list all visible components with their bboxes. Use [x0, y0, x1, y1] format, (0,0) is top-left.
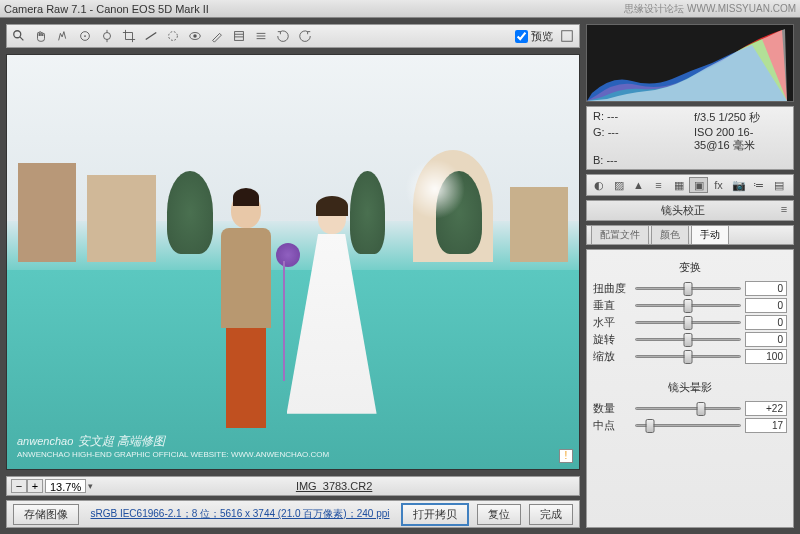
slider-value-input[interactable] — [745, 332, 787, 347]
tab-basic-icon[interactable]: ◐ — [589, 177, 608, 193]
slider-track[interactable] — [635, 299, 741, 313]
svg-rect-11 — [235, 32, 244, 41]
svg-point-0 — [14, 31, 21, 38]
slider-track[interactable] — [635, 419, 741, 433]
slider-track[interactable] — [635, 333, 741, 347]
color-sampler-icon[interactable] — [77, 28, 93, 44]
slider-track[interactable] — [635, 282, 741, 296]
tab-hsl-icon[interactable]: ≡ — [649, 177, 668, 193]
tab-detail-icon[interactable]: ▲ — [629, 177, 648, 193]
warning-badge-icon: ! — [559, 449, 573, 463]
slider-label: 垂直 — [593, 298, 631, 313]
section-title: 镜头校正 ≡ — [586, 200, 794, 221]
done-button[interactable]: 完成 — [529, 504, 573, 525]
slider-label: 水平 — [593, 315, 631, 330]
svg-point-4 — [104, 33, 111, 40]
slider-track[interactable] — [635, 402, 741, 416]
slider-row: 垂直 — [593, 298, 787, 313]
slider-row: 缩放 — [593, 349, 787, 364]
sliders-panel: 变换扭曲度垂直水平旋转缩放镜头晕影数量中点 — [586, 249, 794, 528]
preferences-icon[interactable] — [253, 28, 269, 44]
tab-camera-icon[interactable]: 📷 — [729, 177, 748, 193]
crop-tool-icon[interactable] — [121, 28, 137, 44]
group-label: 镜头晕影 — [593, 380, 787, 395]
slider-label: 旋转 — [593, 332, 631, 347]
filename-link[interactable]: IMG_3783.CR2 — [93, 480, 575, 492]
slider-row: 水平 — [593, 315, 787, 330]
sub-tab-manual[interactable]: 手动 — [691, 225, 729, 244]
sub-tab-profile[interactable]: 配置文件 — [591, 225, 649, 244]
svg-point-3 — [84, 35, 86, 37]
svg-line-1 — [20, 37, 24, 41]
left-panel: 预览 anwenchao 安文超 高端修图 — [0, 18, 586, 534]
panel-menu-icon[interactable]: ≡ — [777, 203, 791, 215]
photo-watermark: anwenchao 安文超 高端修图 ANWENCHAO HIGH-END GR… — [17, 429, 329, 459]
redeye-tool-icon[interactable] — [187, 28, 203, 44]
slider-value-input[interactable] — [745, 298, 787, 313]
save-image-button[interactable]: 存储图像 — [13, 504, 79, 525]
tab-curve-icon[interactable]: ▨ — [609, 177, 628, 193]
slider-label: 中点 — [593, 418, 631, 433]
preview-label: 预览 — [531, 29, 553, 44]
tab-fx-icon[interactable]: fx — [709, 177, 728, 193]
zoom-out-button[interactable]: − — [11, 479, 27, 493]
tab-lens-icon[interactable]: ▣ — [689, 177, 708, 193]
footer-bar: 存储图像 sRGB IEC61966-2.1；8 位；5616 x 3744 (… — [6, 500, 580, 528]
rotate-cw-icon[interactable] — [297, 28, 313, 44]
image-preview[interactable]: anwenchao 安文超 高端修图 ANWENCHAO HIGH-END GR… — [6, 54, 580, 470]
open-copy-button[interactable]: 打开拷贝 — [401, 503, 469, 526]
reset-button[interactable]: 复位 — [477, 504, 521, 525]
slider-track[interactable] — [635, 350, 741, 364]
rotate-ccw-icon[interactable] — [275, 28, 291, 44]
graduated-filter-icon[interactable] — [231, 28, 247, 44]
tab-split-icon[interactable]: ▦ — [669, 177, 688, 193]
info-b: B: --- — [593, 154, 686, 166]
zoom-bar: − + 13.7% ▾ IMG_3783.CR2 — [6, 476, 580, 496]
straighten-tool-icon[interactable] — [143, 28, 159, 44]
fullscreen-icon[interactable] — [559, 28, 575, 44]
slider-value-input[interactable] — [745, 401, 787, 416]
sub-tab-color[interactable]: 颜色 — [651, 225, 689, 244]
adjustment-brush-icon[interactable] — [209, 28, 225, 44]
slider-value-input[interactable] — [745, 281, 787, 296]
slider-value-input[interactable] — [745, 315, 787, 330]
svg-point-10 — [193, 34, 197, 38]
info-g: G: --- — [593, 126, 686, 153]
toolbar: 预览 — [6, 24, 580, 48]
tab-presets-icon[interactable]: ≔ — [749, 177, 768, 193]
target-adjust-icon[interactable] — [99, 28, 115, 44]
zoom-tool-icon[interactable] — [11, 28, 27, 44]
white-balance-icon[interactable] — [55, 28, 71, 44]
info-panel: R: --- f/3.5 1/250 秒 G: --- ISO 200 16-3… — [586, 106, 794, 170]
watermark-site: 思缘设计论坛 WWW.MISSYUAN.COM — [624, 2, 796, 16]
main-layout: 预览 anwenchao 安文超 高端修图 — [0, 18, 800, 534]
slider-label: 缩放 — [593, 349, 631, 364]
slider-label: 扭曲度 — [593, 281, 631, 296]
window-title: Camera Raw 7.1 - Canon EOS 5D Mark II — [4, 3, 209, 15]
spot-removal-icon[interactable] — [165, 28, 181, 44]
slider-value-input[interactable] — [745, 418, 787, 433]
photo-canvas: anwenchao 安文超 高端修图 ANWENCHAO HIGH-END GR… — [7, 55, 579, 469]
slider-row: 旋转 — [593, 332, 787, 347]
slider-track[interactable] — [635, 316, 741, 330]
preview-checkbox-input[interactable] — [515, 30, 528, 43]
slider-value-input[interactable] — [745, 349, 787, 364]
zoom-in-button[interactable]: + — [27, 479, 43, 493]
preview-checkbox[interactable]: 预览 — [515, 29, 553, 44]
histogram[interactable] — [586, 24, 794, 102]
tab-snapshots-icon[interactable]: ▤ — [769, 177, 788, 193]
info-aperture: f/3.5 1/250 秒 — [694, 110, 787, 125]
svg-rect-17 — [562, 31, 573, 42]
slider-label: 数量 — [593, 401, 631, 416]
slider-row: 扭曲度 — [593, 281, 787, 296]
group-label: 变换 — [593, 260, 787, 275]
titlebar: Camera Raw 7.1 - Canon EOS 5D Mark II 思缘… — [0, 0, 800, 18]
info-iso: ISO 200 16-35@16 毫米 — [694, 126, 787, 153]
metadata-link[interactable]: sRGB IEC61966-2.1；8 位；5616 x 3744 (21.0 … — [87, 507, 393, 521]
info-r: R: --- — [593, 110, 686, 125]
hand-tool-icon[interactable] — [33, 28, 49, 44]
svg-point-8 — [169, 32, 178, 41]
right-panel: R: --- f/3.5 1/250 秒 G: --- ISO 200 16-3… — [586, 18, 800, 534]
svg-line-7 — [146, 33, 157, 40]
zoom-value[interactable]: 13.7% — [45, 479, 86, 493]
